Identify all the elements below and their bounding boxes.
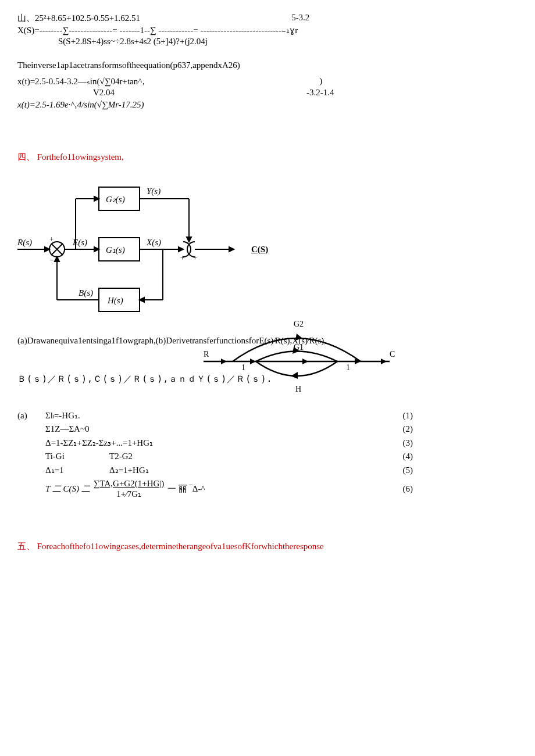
sign-plus-3: + bbox=[193, 253, 197, 262]
eq-line-7: x(t)=2.5-1.69e·^‚4/sin(√∑Mr-17.25) bbox=[17, 100, 518, 110]
eq-line-6: V2.04 -3.2-1.4 bbox=[17, 88, 518, 98]
lbl-G1: G₁(s) bbox=[106, 245, 125, 255]
eqn4: (4) bbox=[380, 452, 413, 461]
svg-marker-6 bbox=[94, 247, 99, 252]
eq1-right: 5-3.2 bbox=[291, 13, 309, 23]
svg-marker-28 bbox=[250, 359, 256, 364]
eq1: Σlₗ=-HG₁. bbox=[45, 410, 80, 421]
eq5-left: x(t)=2.5-0.54-3.2—ₛin(√∑04r+tan^‚ bbox=[17, 76, 145, 87]
sfg-one-r: 1 bbox=[346, 363, 350, 372]
eq-row-5: Δ₁=1 Δ₂=1+HG₁ (5) bbox=[17, 465, 413, 475]
svg-marker-14 bbox=[94, 196, 99, 201]
svg-marker-11 bbox=[229, 247, 234, 252]
lbl-G2: G₂(s) bbox=[106, 195, 125, 205]
eq3: Δ=1-ΣZ₁+ΣZ₂-Σz₃+...=1+HG₁ bbox=[45, 438, 153, 448]
sfg-R: R bbox=[204, 350, 209, 359]
block-diagram: R(s) E(s) X(s) Y(s) B(s) G₁(s) G₂(s) H(s… bbox=[17, 177, 238, 322]
sign-minus: − bbox=[49, 256, 54, 264]
eq2: Σ1Z—ΣA~0 bbox=[45, 424, 90, 434]
sec5-cjk: 五、 bbox=[17, 542, 35, 551]
lbl-E: E(s) bbox=[72, 238, 87, 248]
svg-marker-31 bbox=[381, 359, 387, 364]
eq6-frac: ∑TA,G+G2(1+HG|) 1+⁄7G₁ bbox=[94, 479, 164, 499]
eq1-left: 山、25²+8.65+102.5-0.55+1.62.51 bbox=[17, 13, 140, 24]
eqn2: (2) bbox=[380, 424, 413, 434]
section-5-heading: 五、 Foreachofthefo11owingcases,determinet… bbox=[17, 541, 518, 552]
eqn1: (1) bbox=[380, 411, 413, 421]
eq-row-4: Ti-Gi T2-G2 (4) bbox=[17, 452, 413, 461]
lbl-H: H(s) bbox=[107, 296, 123, 306]
svg-marker-18 bbox=[187, 237, 191, 242]
block-diagram-container: R(s) E(s) X(s) Y(s) B(s) G₁(s) G₂(s) H(s… bbox=[17, 177, 518, 322]
svg-marker-21 bbox=[140, 298, 144, 302]
eqn5: (5) bbox=[380, 465, 413, 475]
eq-row-3: Δ=1-ΣZ₁+ΣZ₂-Σz₃+...=1+HG₁ (3) bbox=[17, 438, 413, 448]
eq6mid: 一 丽 ­‾Δ-^ bbox=[167, 483, 205, 495]
eq6u: ∑TA,G+G2(1+HG|) bbox=[94, 479, 164, 489]
eq4a: Ti-Gi bbox=[45, 452, 109, 461]
eq6-left: V2.04 bbox=[93, 88, 115, 98]
sec4-cjk: 四、 bbox=[17, 152, 35, 162]
eq5-paren: ) bbox=[319, 76, 322, 86]
lbl-C: C(S) bbox=[251, 245, 268, 255]
sec5-title: Foreachofthefo11owingcases,determinether… bbox=[37, 542, 324, 551]
svg-marker-27 bbox=[221, 359, 227, 364]
section-4-heading: 四、 Forthefo11owingsystem, bbox=[17, 152, 518, 163]
eq-line-3: S(S+2.8S+4)ss~÷2.8s+4s2 (5+]4)?+(j2.04j bbox=[17, 37, 518, 46]
signal-flow-graph: R C G2 G1 H 1 1 bbox=[192, 315, 401, 396]
eq4b: T2-G2 bbox=[109, 452, 133, 461]
eq5b: Δ₂=1+HG₁ bbox=[109, 465, 149, 475]
sfg-G2: G2 bbox=[294, 320, 304, 328]
eq5a: Δ₁=1 bbox=[45, 465, 109, 475]
eq-row-6: T 二 C(S) 二 ∑TA,G+G2(1+HG|) 1+⁄7G₁ 一 丽 ­‾… bbox=[17, 479, 413, 499]
sign-plus-1: + bbox=[49, 235, 54, 243]
eq-a: (a) bbox=[17, 411, 45, 421]
sfg-one-l: 1 bbox=[241, 363, 245, 372]
sfg-container: R C G2 G1 H 1 1 bbox=[192, 315, 518, 396]
svg-marker-34 bbox=[291, 372, 298, 379]
sec4-title: Forthefo11owingsystem, bbox=[37, 152, 124, 162]
top-block: 山、25²+8.65+102.5-0.55+1.62.51 5-3.2 X(S)… bbox=[17, 13, 518, 110]
svg-marker-32 bbox=[295, 334, 302, 341]
lbl-B: B(s) bbox=[79, 288, 93, 298]
eq-row-1: (a) Σlₗ=-HG₁. (1) bbox=[17, 410, 413, 421]
eq-line-1: 山、25²+8.65+102.5-0.55+1.62.51 5-3.2 bbox=[17, 13, 518, 24]
sfg-C: C bbox=[390, 350, 395, 359]
eqn6: (6) bbox=[380, 484, 413, 494]
eq6-right: -3.2-1.4 bbox=[306, 88, 334, 98]
lbl-R: R(s) bbox=[17, 238, 32, 248]
inverse-note: Theinverse1ap1acetransformsoftheequation… bbox=[17, 60, 518, 70]
eq-row-2: Σ1Z—ΣA~0 (2) bbox=[17, 424, 413, 434]
lbl-X: X(s) bbox=[146, 238, 161, 248]
lbl-Y: Y(s) bbox=[147, 187, 160, 196]
eq6d: 1+⁄7G₁ bbox=[116, 489, 141, 499]
equations-block: (a) Σlₗ=-HG₁. (1) Σ1Z—ΣA~0 (2) Δ=1-ΣZ₁+Σ… bbox=[17, 410, 413, 499]
eq-line-2: X(S)=--------∑---------------= -------1-… bbox=[17, 25, 518, 35]
eq6: T 二 C(S) 二 bbox=[45, 483, 90, 495]
eq-line-5: x(t)=2.5-0.54-3.2—ₛin(√∑04r+tan^‚ ) bbox=[17, 76, 518, 87]
svg-marker-1 bbox=[45, 247, 49, 252]
svg-marker-25 bbox=[55, 257, 59, 261]
sign-plus-2: + bbox=[180, 253, 184, 262]
svg-marker-9 bbox=[179, 247, 183, 252]
sfg-G1: G1 bbox=[294, 343, 304, 352]
svg-marker-29 bbox=[302, 359, 308, 364]
eqn3: (3) bbox=[380, 438, 413, 448]
sfg-H: H bbox=[295, 385, 301, 393]
